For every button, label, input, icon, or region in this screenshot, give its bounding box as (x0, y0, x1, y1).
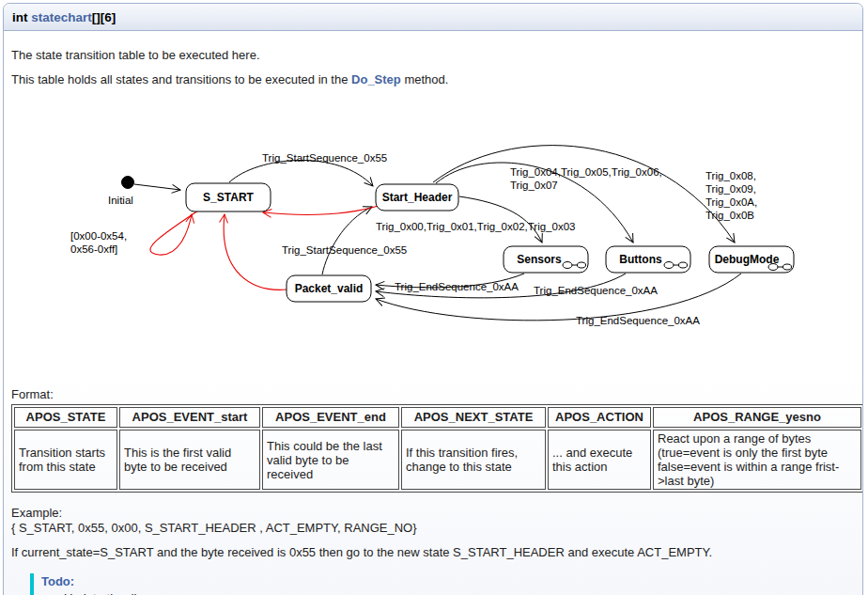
todo-label: Todo: (41, 574, 855, 589)
label-end-sequence-sensors: Trig_EndSequence_0xAA (395, 281, 519, 292)
table-cell: This is the first valid byte to be recei… (119, 430, 260, 490)
todo-text: Update the diagram (64, 591, 855, 595)
svg-text:DebugMode: DebugMode (715, 253, 780, 266)
state-packet-valid: Packet_valid (287, 275, 371, 302)
initial-dot (122, 177, 134, 189)
label-trig-07: Trig_0x07 (510, 180, 558, 191)
state-buttons: Buttons (606, 246, 690, 273)
label-start-sequence-packet: Trig_StartSequence_0x55 (282, 244, 407, 256)
member-type: int (12, 10, 31, 24)
state-start-header: Start_Header (376, 184, 458, 211)
svg-text:Start_Header: Start_Header (382, 191, 453, 204)
format-table: APOS_STATE APOS_EVENT_start APOS_EVENT_e… (11, 404, 863, 493)
label-trig-04-06: Trig_0x04,Trig_0x05,Trig_0x06, (510, 166, 662, 178)
format-table-row: Transition starts from this state This i… (14, 430, 861, 490)
member-prototype: int statechart[][6] (4, 4, 862, 31)
label-trig-0a: Trig_0x0A, (705, 196, 757, 208)
table-cell: This could be the last valid byte to be … (262, 430, 399, 490)
label-range-line2: 0x56-0xff] (70, 243, 117, 255)
label-start-sequence-top: Trig_StartSequence_0x55 (262, 152, 387, 164)
column-header: APOS_EVENT_start (119, 407, 260, 428)
initial-label: Initial (108, 195, 133, 206)
label-trig-09: Trig_0x09, (705, 183, 756, 195)
column-header: APOS_RANGE_yesno (653, 407, 861, 428)
svg-text:Sensors: Sensors (517, 253, 562, 266)
label-end-sequence-buttons: Trig_EndSequence_0xAA (534, 285, 658, 296)
label-range-line1: [0x00-0x54, (70, 230, 127, 242)
svg-text:Packet_valid: Packet_valid (295, 282, 364, 295)
label-end-sequence-debug: Trig_EndSequence_0xAA (576, 315, 700, 326)
member-suffix: [][6] (92, 10, 116, 24)
label-trig-0b: Trig_0x0B (705, 210, 754, 221)
member-name-link[interactable]: statechart (31, 10, 92, 24)
column-header: APOS_EVENT_end (262, 407, 399, 428)
statechart-svg: Initial S_START Start_Header Sensors (11, 122, 863, 367)
format-table-header-row: APOS_STATE APOS_EVENT_start APOS_EVENT_e… (14, 407, 861, 428)
edge-startheader-to-sstart (263, 205, 381, 215)
initial-state: Initial (108, 177, 134, 207)
table-cell: React upon a range of bytes (true=event … (653, 430, 861, 490)
table-cell: Transition starts from this state (14, 430, 117, 490)
svg-text:Buttons: Buttons (619, 253, 662, 266)
edge-initial-to-sstart (134, 184, 180, 190)
state-sensors: Sensors (504, 246, 588, 273)
column-header: APOS_NEXT_STATE (401, 407, 546, 428)
description-line1: The state transition table to be execute… (11, 48, 855, 63)
example-label: Example: (11, 506, 855, 521)
svg-text:S_START: S_START (203, 191, 254, 204)
column-header: APOS_STATE (14, 407, 117, 428)
example-code: { S_START, 0x55, 0x00, S_START_HEADER , … (11, 521, 855, 536)
edge-packetvalid-to-sstart (224, 214, 287, 290)
example-explanation: If current_state=S_START and the byte re… (11, 545, 855, 560)
do-step-link[interactable]: Do_Step (351, 72, 401, 86)
column-header: APOS_ACTION (548, 407, 651, 428)
table-cell: If this transition fires, change to this… (401, 430, 546, 490)
state-debug-mode: DebugMode (709, 246, 794, 273)
label-trig-08: Trig_0x08, (705, 170, 756, 181)
edge-packetvalid-to-startheader (322, 207, 372, 274)
table-cell: ... and execute this action (548, 430, 651, 490)
member-item: int statechart[][6] The state transition… (3, 3, 863, 595)
todo-block: Todo: Update the diagram (30, 573, 855, 595)
edge-startheader-to-sensors (459, 196, 542, 243)
format-label: Format: (11, 387, 855, 402)
description-line2: This table holds all states and transiti… (11, 72, 855, 87)
state-s-start: S_START (186, 183, 271, 211)
edge-sstart-to-startheader (229, 160, 373, 186)
member-documentation: The state transition table to be execute… (4, 31, 862, 595)
label-trig-00-03: Trig_0x00,Trig_0x01,Trig_0x02,Trig_0x03 (376, 221, 575, 232)
statechart-diagram: Initial S_START Start_Header Sensors (11, 122, 855, 370)
edge-sstart-selfloop (150, 211, 198, 255)
